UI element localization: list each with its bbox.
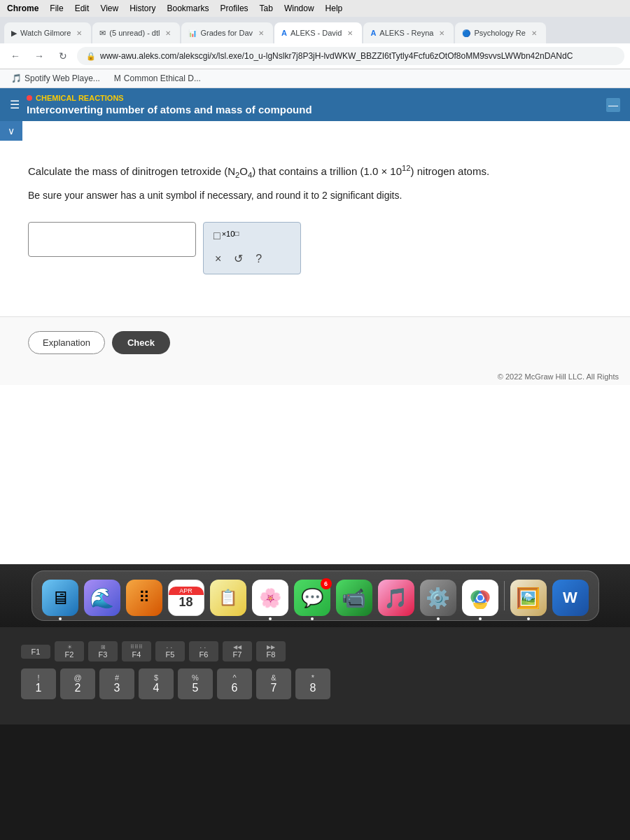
menu-history[interactable]: History [130,4,155,13]
key-f3[interactable]: ⊞ F3 [88,641,118,662]
dropdown-toggle[interactable]: ∨ [0,121,22,141]
dock-item-notes[interactable]: 📋 [210,580,246,616]
sci-input-area: □ ×10 □ [214,230,239,242]
key-8[interactable]: * 8 [295,668,330,699]
forward-button[interactable]: → [29,46,49,66]
chrome-dot [479,617,482,620]
key-f6[interactable]: ⠄⠄ F6 [189,641,218,662]
menu-profiles[interactable]: Profiles [220,4,248,13]
tab-label: ALEKS - David [290,29,342,37]
tab-close-icon[interactable]: ✕ [256,29,266,38]
tab-aleks-david[interactable]: A ALEKS - David ✕ [274,22,362,43]
sci-buttons: × ↺ ? [214,251,290,267]
tab-psychology[interactable]: 🔵 Psychology Re ✕ [455,22,545,43]
page-title: Interconverting number of atoms and mass… [27,104,312,115]
key-f7[interactable]: ◀◀ F7 [223,641,252,662]
menu-help[interactable]: Help [326,4,343,13]
dock-item-launchpad[interactable]: ⠿ [126,580,162,616]
sci-notation-top: □ ×10 □ [214,230,290,242]
finder-dot [59,617,62,620]
settings-dot [437,617,440,620]
url-text: www-awu.aleks.com/alekscgi/x/lsl.exe/1o_… [100,51,615,61]
chevron-down-icon: ∨ [8,125,15,136]
key-f1[interactable]: F1 [21,645,50,659]
tab-label: ALEKS - Reyna [379,29,433,37]
tab-close-icon[interactable]: ✕ [345,29,355,38]
menu-edit[interactable]: Edit [75,4,90,13]
facetime-icon: 📹 [342,587,366,610]
tab-bar: ▶ Watch Gilmore ✕ ✉ (5 unread) - dtl ✕ 📊… [0,17,630,43]
refresh-button[interactable]: ↻ [53,46,73,66]
dock-item-photos[interactable]: 🌸 [252,580,288,616]
box-icon: □ [214,230,220,242]
tab-favicon: ✉ [99,29,106,38]
aleks-header: ☰ CHEMICAL REACTIONS Interconverting num… [0,88,630,121]
section-text: CHEMICAL REACTIONS [36,94,124,102]
minimize-button[interactable]: — [606,98,620,112]
section-label: CHEMICAL REACTIONS [27,94,312,102]
menu-tab[interactable]: Tab [260,4,273,13]
bookmark-label: Common Ethical D... [124,74,201,83]
explanation-button[interactable]: Explanation [28,331,105,354]
dock-item-messages[interactable]: 💬 6 [294,580,330,616]
bookmark-ethical[interactable]: M Common Ethical D... [108,71,206,85]
dock-item-word[interactable]: W [552,580,589,616]
menu-bookmarks[interactable]: Bookmarks [167,4,209,13]
tab-close-icon[interactable]: ✕ [163,29,173,38]
check-button[interactable]: Check [112,331,170,354]
tab-close-icon[interactable]: ✕ [529,29,539,38]
x10-label: ×10 [222,230,235,238]
dock-item-settings[interactable]: ⚙️ [420,580,456,616]
sci-notation-box: □ ×10 □ × ↺ ? [203,222,301,274]
tab-favicon: A [370,29,376,37]
mac-menubar: Chrome File Edit View History Bookmarks … [0,0,630,17]
photos-dot [269,617,272,620]
undo-button[interactable]: ↺ [232,251,244,267]
problem-area: Calculate the mass of dinitrogen tetroxi… [0,141,630,316]
exponent-box: □ [234,230,239,237]
launchpad-icon: ⠿ [139,589,150,607]
dock-item-finder[interactable]: 🖥 [42,580,78,616]
bookmark-spotify[interactable]: 🎵 Spotify Web Playe... [6,71,106,85]
ethics-icon: M [114,74,121,83]
menu-view[interactable]: View [100,4,118,13]
key-2[interactable]: @ 2 [60,668,95,699]
menu-window[interactable]: Window [284,4,314,13]
url-bar[interactable]: 🔒 www-awu.aleks.com/alekscgi/x/lsl.exe/1… [77,47,624,65]
dock-area: 🖥 🌊 ⠿ APR 18 📋 🌸 💬 6 [0,564,630,627]
key-6[interactable]: ^ 6 [217,668,252,699]
clear-button[interactable]: × [214,251,223,267]
help-button[interactable]: ? [254,251,263,267]
calendar-day: 18 [178,595,192,610]
key-f2[interactable]: ☀ F2 [55,641,84,662]
tab-grades[interactable]: 📊 Grades for Dav ✕ [181,22,273,43]
tab-unread-email[interactable]: ✉ (5 unread) - dtl ✕ [92,22,180,43]
key-f8[interactable]: ▶▶ F8 [256,641,286,662]
dock-item-chrome[interactable] [462,580,498,616]
photos-icon: 🌸 [259,587,281,609]
key-5[interactable]: % 5 [178,668,213,699]
sub-instruction: Be sure your answer has a unit symbol if… [28,190,602,201]
notes-icon: 📋 [218,589,237,607]
key-7[interactable]: & 7 [256,668,291,699]
bookmark-label: Spotify Web Playe... [24,74,100,83]
dock-item-siri[interactable]: 🌊 [84,580,120,616]
key-1[interactable]: ! 1 [21,668,56,699]
key-f4[interactable]: ⠿⠿⠿ F4 [122,641,151,662]
tab-watch-gilmore[interactable]: ▶ Watch Gilmore ✕ [4,22,91,43]
dock-item-calendar[interactable]: APR 18 [168,580,204,616]
tab-aleks-reyna[interactable]: A ALEKS - Reyna ✕ [363,22,454,43]
tab-close-icon[interactable]: ✕ [437,29,447,38]
key-3[interactable]: # 3 [99,668,134,699]
key-4[interactable]: $ 4 [139,668,174,699]
dock-item-music[interactable]: 🎵 [378,580,414,616]
app-name: Chrome [7,4,38,13]
hamburger-icon[interactable]: ☰ [10,98,20,111]
key-f5[interactable]: ⠄⠄ F5 [155,641,185,662]
dock-item-facetime[interactable]: 📹 [336,580,372,616]
back-button[interactable]: ← [6,46,25,66]
tab-close-icon[interactable]: ✕ [74,29,84,38]
menu-file[interactable]: File [50,4,63,13]
answer-input[interactable] [28,222,196,257]
dock-item-preview[interactable]: 🖼️ [510,580,547,616]
